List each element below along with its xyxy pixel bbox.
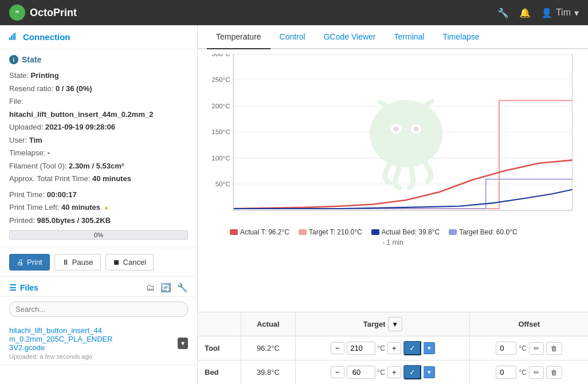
cancel-button[interactable]: ⏹ Cancel — [105, 254, 154, 271]
sidebar: Connection i State State: Printing Resen… — [0, 25, 198, 384]
tool-target-confirm-dropdown-button[interactable]: ▾ — [424, 342, 435, 354]
svg-text:150°C: 150°C — [211, 129, 230, 136]
print-time-left-value: 40 minutes — [61, 203, 100, 211]
connection-label: Connection — [23, 32, 70, 42]
action-buttons: 🖨 Print ⏸ Pause ⏹ Cancel — [0, 248, 197, 277]
print-icon: 🖨 — [17, 258, 24, 267]
tool-actual-cell: 96.2°C — [241, 336, 296, 361]
state-header: i State — [9, 55, 188, 64]
svg-point-0 — [13, 9, 22, 17]
legend-label-actual-t: Actual T: 96.2°C — [240, 228, 289, 236]
bed-offset-cell: °C ✏ 🗑 — [470, 361, 588, 385]
target-dropdown-button[interactable]: ▾ — [388, 317, 402, 331]
printed-value: 985.0bytes / 305.2KB — [37, 216, 111, 225]
tool-target-unit: °C — [378, 344, 385, 352]
state-row-uploaded: Uploaded: 2021-09-19 09:28:06 — [9, 122, 188, 133]
tool-offset-input[interactable] — [496, 342, 516, 355]
filament-label: Filament (Tool 0): — [9, 162, 66, 170]
tool-target-cell: − °C + ✓ ▾ — [296, 336, 470, 361]
bed-target-decrease-button[interactable]: − — [331, 366, 344, 378]
resend-label: Resend ratio: — [9, 84, 53, 93]
file-label: File: — [9, 97, 23, 105]
bed-target-confirm-dropdown-button[interactable]: ▾ — [424, 366, 435, 378]
tool-target-increase-button[interactable]: + — [387, 342, 401, 354]
timelapse-label: Timelapse: — [9, 148, 45, 157]
user-value: Tim — [29, 136, 42, 144]
refresh-icon[interactable]: 🔄 — [160, 283, 171, 293]
legend-label-actual-bed: Actual Bed: 39.8°C — [382, 228, 440, 236]
state-value: Printing — [31, 71, 59, 80]
files-title[interactable]: ☰ Files — [9, 283, 146, 292]
main-layout: Connection i State State: Printing Resen… — [0, 25, 588, 384]
connection-header[interactable]: Connection — [0, 25, 197, 49]
chart-xaxis-label: - 1 min — [207, 238, 579, 249]
user-label: User: — [9, 136, 27, 144]
temp-table: Actual Target ▾ Offset Tool — [198, 312, 588, 384]
tab-gcode-viewer[interactable]: GCode Viewer — [315, 25, 385, 49]
upload-icon[interactable]: 🗂 — [146, 283, 155, 293]
file-select-button[interactable]: ▾ — [178, 338, 188, 349]
tool-target-decrease-button[interactable]: − — [331, 342, 344, 354]
logo[interactable]: OctoPrint — [9, 5, 77, 21]
state-section: i State State: Printing Resend ratio: 0 … — [0, 49, 197, 248]
state-row-user: User: Tim — [9, 135, 188, 146]
tab-timelapse[interactable]: Timelapse — [433, 25, 488, 49]
list-item[interactable]: hitachi_lift_button_insert_44m_0.2mm_205… — [0, 322, 197, 365]
bed-offset-input[interactable] — [496, 366, 516, 379]
legend-color-target-t — [299, 229, 307, 235]
print-time-left-label: Print Time Left: — [9, 203, 59, 211]
tool-target-confirm-button[interactable]: ✓ — [403, 341, 421, 355]
tool-target-input[interactable] — [347, 342, 375, 355]
approx-time-value: 40 minutes — [92, 174, 131, 183]
svg-text:200°C: 200°C — [211, 103, 230, 110]
bed-target-increase-button[interactable]: + — [387, 366, 401, 378]
bed-name-cell: Bed — [198, 361, 241, 385]
file-meta-text: Uploaded: a few seconds ago — [9, 353, 92, 360]
svg-point-13 — [394, 138, 418, 148]
config-icon[interactable]: 🔧 — [177, 283, 188, 293]
col-header-actual: Actual — [241, 312, 296, 336]
legend-label-target-t: Target T: 210.0°C — [309, 228, 362, 236]
bed-offset-edit-button[interactable]: ✏ — [529, 366, 544, 379]
tool-offset-delete-button[interactable]: 🗑 — [546, 342, 562, 355]
pause-button[interactable]: ⏸ Pause — [54, 254, 101, 271]
tab-temperature[interactable]: Temperature — [207, 25, 271, 49]
print-button[interactable]: 🖨 Print — [9, 254, 50, 271]
tab-terminal[interactable]: Terminal — [385, 25, 434, 49]
state-row-printed: Printed: 985.0bytes / 305.2KB — [9, 215, 188, 226]
pause-label: Pause — [72, 258, 93, 267]
tool-offset-edit-button[interactable]: ✏ — [529, 342, 544, 355]
svg-text:300°C: 300°C — [211, 54, 230, 57]
chart-legend: Actual T: 96.2°C Target T: 210.0°C Actua… — [207, 226, 579, 238]
user-dropdown-icon: ▾ — [574, 7, 579, 18]
filament-value: 2.30m / 5.53cm³ — [69, 162, 124, 170]
user-menu[interactable]: 👤 Tim ▾ — [541, 7, 579, 18]
files-label: Files — [20, 283, 38, 292]
search-input[interactable] — [9, 301, 188, 317]
svg-point-1 — [15, 11, 17, 13]
tab-control[interactable]: Control — [271, 25, 315, 49]
logo-text: OctoPrint — [30, 7, 77, 19]
legend-label-target-bed: Target Bed: 60.0°C — [459, 228, 518, 236]
target-col-label: Target — [363, 320, 386, 328]
bed-offset-delete-button[interactable]: 🗑 — [546, 366, 562, 379]
cancel-label: Cancel — [123, 258, 146, 267]
bed-target-unit: °C — [378, 369, 385, 377]
user-icon: 👤 — [541, 7, 552, 18]
temp-table-area: Actual Target ▾ Offset Tool — [198, 312, 588, 384]
info-icon: i — [9, 55, 18, 64]
svg-text:100°C: 100°C — [211, 155, 230, 162]
topnav-icons: 🔧 🔔 👤 Tim ▾ — [497, 7, 579, 18]
state-title: State — [22, 55, 41, 64]
connection-icon — [9, 32, 18, 42]
col-header-offset: Offset — [470, 312, 588, 336]
settings-icon[interactable]: 🔧 — [497, 7, 509, 18]
svg-point-2 — [17, 11, 18, 13]
bed-target-input[interactable] — [347, 366, 375, 379]
pause-icon: ⏸ — [62, 258, 69, 267]
notifications-icon[interactable]: 🔔 — [519, 7, 531, 18]
progress-bar-label: 0% — [10, 231, 187, 239]
state-row-filename: hitachi_lift_button_insert_44m_0.2mm_2 — [9, 109, 188, 120]
progress-bar-container: 0% — [9, 230, 188, 240]
bed-target-confirm-button[interactable]: ✓ — [403, 365, 421, 379]
